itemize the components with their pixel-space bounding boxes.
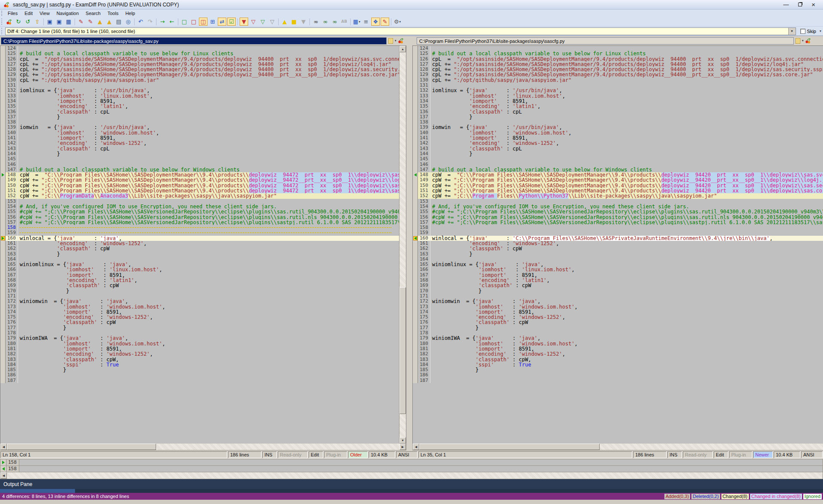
diff-gutter bbox=[413, 315, 418, 320]
code-line: 133 'iomhost' : 'linux.iom.host', bbox=[413, 93, 823, 99]
file-menu-icon[interactable] bbox=[796, 38, 800, 44]
copy-block-right-icon[interactable]: → bbox=[158, 18, 167, 26]
edit-second-file-icon[interactable]: ✎ bbox=[86, 18, 95, 26]
diff-gutter bbox=[413, 199, 418, 204]
horizontal-scrollbar[interactable]: ◀ ▶ bbox=[0, 444, 406, 450]
chevron-down-icon[interactable]: ▾ bbox=[399, 19, 401, 24]
menu-edit[interactable]: Edit bbox=[21, 10, 36, 17]
line-number: 176 bbox=[418, 320, 430, 325]
filter-all-diffs-icon[interactable]: ▼ bbox=[240, 18, 248, 26]
layout-icon[interactable]: ▦▾ bbox=[352, 18, 361, 26]
synchronize-panes-icon[interactable]: ⇄ bbox=[218, 18, 226, 26]
chevron-down-icon[interactable]: ▾ bbox=[802, 39, 804, 42]
scrollbar-thumb[interactable] bbox=[399, 287, 406, 414]
pane-splitter[interactable] bbox=[406, 45, 412, 450]
output-pane-tab[interactable] bbox=[0, 489, 75, 493]
menu-help[interactable]: Help bbox=[122, 10, 138, 17]
first-file-code[interactable]: 124125# build out a local classpath vari… bbox=[0, 46, 399, 444]
diff-combo-dropdown-icon[interactable]: ▼ bbox=[788, 28, 796, 35]
open-files-icon[interactable]: ⇧ bbox=[33, 18, 42, 26]
find-previous-icon[interactable]: ∞ bbox=[330, 18, 339, 26]
copy-block-left-icon[interactable]: ← bbox=[168, 18, 176, 26]
edit-mode-icon[interactable]: ✎ bbox=[381, 18, 389, 26]
scrollbar-thumb[interactable] bbox=[419, 444, 600, 450]
find-next-icon[interactable]: ∞ bbox=[321, 18, 330, 26]
filter-changed-icon[interactable]: ▽ bbox=[268, 18, 276, 26]
menu-search[interactable]: Search bbox=[82, 10, 104, 17]
inspector-scrollbar[interactable]: ◀ bbox=[0, 472, 823, 479]
grip-handle[interactable] bbox=[1, 28, 3, 34]
filter-added-icon[interactable]: ▽ bbox=[258, 18, 267, 26]
chevron-down-icon[interactable]: ▾ bbox=[395, 39, 396, 42]
skip-option[interactable]: Skip bbox=[796, 29, 820, 34]
diff-combo[interactable]: Diff 4: Change 1 line (160, first file) … bbox=[5, 27, 796, 35]
show-identical-icon[interactable]: □ bbox=[180, 18, 189, 26]
line-inspector-icon[interactable]: ≡ bbox=[362, 18, 370, 26]
scroll-left-icon[interactable]: ◀ bbox=[0, 444, 7, 450]
second-file-code[interactable]: 124125# build out a local classpath vari… bbox=[413, 46, 823, 444]
menu-files[interactable]: Files bbox=[4, 10, 21, 17]
diff-arrow-icon[interactable] bbox=[413, 173, 418, 177]
close-button[interactable]: × bbox=[811, 2, 815, 7]
diff-arrow-icon[interactable] bbox=[1, 236, 5, 240]
plugins-icon[interactable]: ❖ bbox=[371, 18, 380, 26]
auto-recompare-icon[interactable]: ☑ bbox=[227, 18, 236, 26]
code-text bbox=[430, 230, 823, 235]
scroll-up-icon[interactable]: ▲ bbox=[399, 46, 406, 52]
edit-first-file-icon[interactable]: ✎ bbox=[77, 18, 85, 26]
grip-handle[interactable] bbox=[1, 11, 3, 16]
toolbar: ↻↺⇧▣▣▦✎✎▲▲▤◎↶↷→←□□◫⊞⇄☑▼▽▽▽▲■▼∞∞∞AB▦▾≡❖✎⚙… bbox=[0, 17, 823, 27]
save-first-file-icon[interactable]: ▣ bbox=[45, 18, 54, 26]
file-menu-icon[interactable] bbox=[388, 38, 393, 44]
first-file-path[interactable]: C:\Program Files\Python\Python37\Lib\sit… bbox=[1, 37, 387, 45]
settings-icon[interactable]: ⚙▾ bbox=[393, 18, 402, 26]
refresh-results-icon[interactable]: ↺ bbox=[24, 18, 32, 26]
redo-icon[interactable]: ↷ bbox=[146, 18, 154, 26]
compare-icon[interactable] bbox=[398, 38, 404, 44]
print-icon[interactable]: ▤ bbox=[114, 18, 123, 26]
output-pane-header[interactable]: Output Pane bbox=[0, 479, 823, 489]
diff-arrow-icon[interactable] bbox=[413, 236, 418, 240]
grip-handle[interactable] bbox=[1, 18, 3, 25]
undo-icon[interactable]: ↶ bbox=[136, 18, 145, 26]
menu-navigation[interactable]: Navigation bbox=[53, 10, 82, 17]
save-second-file-icon[interactable]: ▣ bbox=[55, 18, 63, 26]
match-case-icon[interactable]: AB bbox=[340, 18, 348, 26]
compare-files-icon[interactable] bbox=[5, 18, 13, 26]
diff-gutter bbox=[0, 104, 6, 109]
first-file-icon[interactable]: ▲ bbox=[96, 18, 104, 26]
previous-diff-icon[interactable]: ▲ bbox=[280, 18, 289, 26]
code-line: 175 'encoding' : 'windows-1252', bbox=[413, 315, 823, 320]
line-number: 169 bbox=[418, 283, 430, 288]
split-horizontal-icon[interactable]: ◫ bbox=[199, 18, 207, 26]
next-diff-icon[interactable]: ▼ bbox=[299, 18, 308, 26]
recompare-icon[interactable]: ↻ bbox=[14, 18, 23, 26]
print-preview-icon[interactable]: ◎ bbox=[124, 18, 132, 26]
scrollbar-thumb[interactable] bbox=[7, 444, 156, 450]
diff-arrow-icon[interactable] bbox=[1, 173, 5, 177]
restore-button[interactable] bbox=[798, 2, 802, 7]
second-file-path[interactable]: C:\Program Files\Python\Python37\Lib\sit… bbox=[417, 37, 794, 45]
scroll-left-icon[interactable]: ◀ bbox=[0, 472, 7, 479]
scroll-left-icon[interactable]: ◀ bbox=[413, 444, 419, 450]
menu-view[interactable]: View bbox=[36, 10, 53, 17]
chevron-down-icon[interactable]: ▾ bbox=[820, 29, 823, 33]
filter-deleted-icon[interactable]: ▽ bbox=[249, 18, 258, 26]
save-both-files-icon[interactable]: ▦ bbox=[64, 18, 73, 26]
find-icon[interactable]: ∞ bbox=[312, 18, 320, 26]
menu-tools[interactable]: Tools bbox=[104, 10, 122, 17]
current-diff-icon[interactable]: ■ bbox=[290, 18, 298, 26]
horizontal-scrollbar[interactable]: ◀ ▶ bbox=[412, 444, 823, 450]
vertical-scrollbar[interactable]: ▲ ▼ bbox=[399, 46, 406, 444]
chevron-down-icon[interactable]: ▾ bbox=[359, 19, 360, 24]
show-all-panes-icon[interactable]: ⊞ bbox=[208, 18, 217, 26]
second-file-icon[interactable]: ▲ bbox=[105, 18, 114, 26]
compare-icon[interactable] bbox=[805, 38, 811, 44]
diff-gutter bbox=[413, 294, 418, 299]
scroll-down-icon[interactable]: ▼ bbox=[399, 437, 406, 444]
skip-checkbox[interactable] bbox=[800, 29, 805, 34]
minimize-button[interactable]: — bbox=[783, 2, 789, 7]
diff-gutter bbox=[0, 51, 6, 56]
scroll-right-icon[interactable]: ▶ bbox=[399, 444, 406, 450]
show-different-icon[interactable]: □ bbox=[189, 18, 198, 26]
